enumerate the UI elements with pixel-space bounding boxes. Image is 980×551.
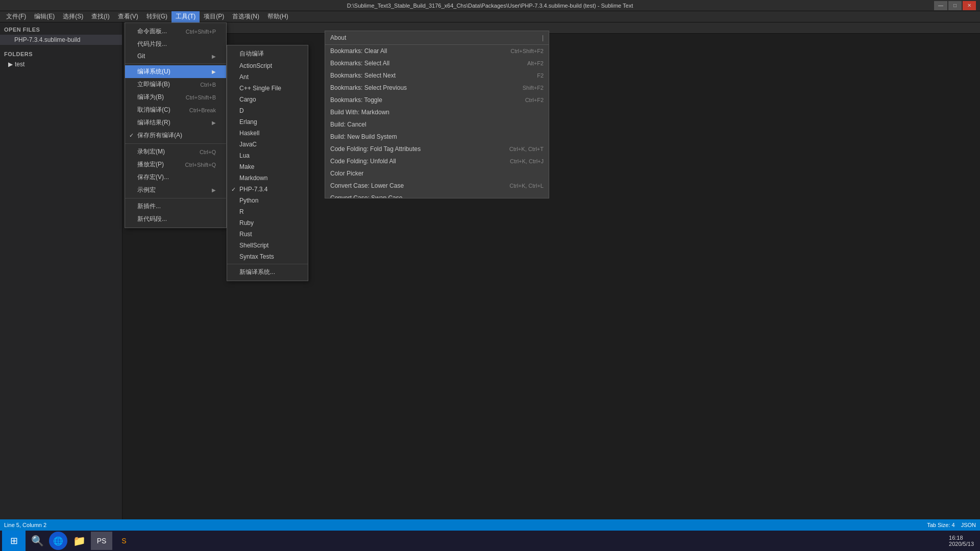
build-markdown[interactable]: Markdown [227, 172, 308, 184]
panel-item-5[interactable]: Build With: Markdown [325, 106, 549, 118]
window-controls: — □ ✕ [934, 1, 976, 10]
menu-sep-1 [125, 63, 226, 64]
taskbar-sublime[interactable]: S [113, 532, 135, 550]
build-syntax-tests[interactable]: Syntax Tests [227, 251, 308, 262]
build-php-734[interactable]: PHP-7.3.4 [227, 184, 308, 195]
menu-tools[interactable]: 工具(T) [172, 11, 200, 22]
panel-item-3[interactable]: Bookmarks: Select Previous Shift+F2 [325, 82, 549, 94]
menu-help[interactable]: 帮助(H) [263, 11, 292, 22]
menu-file[interactable]: 文件(F) [2, 11, 30, 22]
right-panel: About | Bookmarks: Clear All Ctrl+Shift+… [325, 31, 549, 198]
build-lua[interactable]: Lua [227, 150, 308, 161]
build-submenu: 自动编译 ActionScript Ant C++ Single File Ca… [227, 45, 308, 281]
panel-item-12[interactable]: Convert Case: Swap Case [325, 192, 549, 198]
status-bar: Line 5, Column 2 Tab Size: 4 JSON [0, 519, 980, 531]
build-python[interactable]: Python [227, 195, 308, 206]
tools-save-macro[interactable]: 保存宏(V)... [125, 171, 226, 184]
sidebar-folder-test[interactable]: ▶ test [0, 59, 122, 69]
menu-project[interactable]: 项目(P) [200, 11, 228, 22]
build-ant[interactable]: Ant [227, 71, 308, 83]
tools-build-results[interactable]: 编译结果(R) ▶ [125, 116, 226, 129]
menu-edit[interactable]: 编辑(E) [30, 11, 59, 22]
panel-list: Bookmarks: Clear All Ctrl+Shift+F2 Bookm… [325, 45, 549, 198]
panel-scrollbar-icon: | [542, 34, 544, 41]
build-auto-translate[interactable]: 自动编译 [227, 47, 308, 60]
tab-bar: PHP-7.3.4.sublime-build [122, 22, 980, 34]
taskbar-search[interactable]: 🔍 [27, 532, 48, 550]
menu-sep-3 [125, 198, 226, 198]
tools-record-macro[interactable]: 录制宏(M) Ctrl+Q [125, 145, 226, 158]
tools-cancel-build[interactable]: 取消编译(C) Ctrl+Break [125, 104, 226, 116]
submenu-sep [227, 264, 308, 264]
taskbar-phpstorm[interactable]: PS [91, 532, 112, 550]
tools-show-macro[interactable]: 示例宏 ▶ [125, 184, 226, 196]
menu-goto[interactable]: 转到(G) [142, 11, 172, 22]
close-button[interactable]: ✕ [963, 1, 976, 10]
panel-item-4[interactable]: Bookmarks: Toggle Ctrl+F2 [325, 94, 549, 106]
build-new-system[interactable]: 新编译系统... [227, 266, 308, 279]
code-area [122, 34, 980, 42]
panel-item-11[interactable]: Convert Case: Lower Case Ctrl+K, Ctrl+L [325, 180, 549, 192]
panel-item-6[interactable]: Build: Cancel [325, 118, 549, 131]
panel-item-1[interactable]: Bookmarks: Select All Alt+F2 [325, 57, 549, 69]
build-d[interactable]: D [227, 105, 308, 116]
tools-new-plugin[interactable]: 新插件... [125, 200, 226, 213]
build-haskell[interactable]: Haskell [227, 128, 308, 139]
title-bar: D:\Sublime_Text3_Stable_Build_3176_x64_C… [0, 0, 980, 11]
tools-build-system[interactable]: 编译系统(U) ▶ [125, 65, 226, 78]
taskbar-datetime: 16:18 2020/5/13 [949, 535, 974, 547]
build-cpp[interactable]: C++ Single File [227, 83, 308, 94]
tools-command-palette[interactable]: 命令面板... Ctrl+Shift+P [125, 25, 226, 38]
menu-bar: 文件(F) 编辑(E) 选择(S) 查找(I) 查看(V) 转到(G) 工具(T… [0, 11, 980, 22]
tools-snippets[interactable]: 代码片段... [125, 38, 226, 51]
build-javac[interactable]: JavaC [227, 139, 308, 150]
tools-play-macro[interactable]: 播放宏(P) Ctrl+Shift+Q [125, 158, 226, 171]
minimize-button[interactable]: — [934, 1, 947, 10]
taskbar-time: 16:18 [949, 535, 974, 541]
panel-header: About | [325, 31, 549, 45]
build-ruby[interactable]: Ruby [227, 217, 308, 229]
panel-item-8[interactable]: Code Folding: Fold Tag Attributes Ctrl+K… [325, 143, 549, 155]
status-right: Tab Size: 4 JSON [927, 522, 976, 528]
menu-sep-2 [125, 143, 226, 144]
folder-arrow-icon: ▶ [8, 61, 13, 68]
folder-label: test [15, 61, 24, 68]
tools-build-with[interactable]: 编译为(B) Ctrl+Shift+B [125, 91, 226, 104]
panel-item-0[interactable]: Bookmarks: Clear All Ctrl+Shift+F2 [325, 45, 549, 57]
menu-prefs[interactable]: 首选项(N) [228, 11, 263, 22]
tools-menu: 命令面板... Ctrl+Shift+P 代码片段... Git ▶ 编译系统(… [125, 22, 227, 228]
taskbar-chrome[interactable]: 🌐 [49, 532, 67, 550]
taskbar: ⊞ 🔍 🌐 📁 PS S 16:18 2020/5/13 [0, 531, 980, 551]
build-actionscript[interactable]: ActionScript [227, 60, 308, 71]
build-rust[interactable]: Rust [227, 229, 308, 240]
status-syntax[interactable]: JSON [961, 522, 976, 528]
build-r[interactable]: R [227, 206, 308, 217]
tools-build-now[interactable]: 立即编译(B) Ctrl+B [125, 78, 226, 91]
panel-item-10[interactable]: Color Picker [325, 167, 549, 180]
tools-new-snippet[interactable]: 新代码段... [125, 213, 226, 226]
panel-title: About [330, 34, 346, 41]
status-tab-size[interactable]: Tab Size: 4 [927, 522, 954, 528]
build-make[interactable]: Make [227, 161, 308, 172]
menu-find[interactable]: 查找(I) [87, 11, 113, 22]
build-shellscript[interactable]: ShellScript [227, 240, 308, 251]
start-button[interactable]: ⊞ [2, 531, 26, 551]
panel-item-9[interactable]: Code Folding: Unfold All Ctrl+K, Ctrl+J [325, 155, 549, 167]
taskbar-date: 2020/5/13 [949, 541, 974, 547]
sidebar: OPEN FILES PHP-7.3.4.sublime-build FOLDE… [0, 22, 122, 540]
build-erlang[interactable]: Erlang [227, 116, 308, 128]
build-cargo[interactable]: Cargo [227, 94, 308, 105]
panel-item-7[interactable]: Build: New Build System [325, 131, 549, 143]
menu-view[interactable]: 查看(V) [114, 11, 142, 22]
title-text: D:\Sublime_Text3_Stable_Build_3176_x64_C… [347, 3, 633, 9]
open-files-label: OPEN FILES [0, 24, 122, 35]
open-file-item[interactable]: PHP-7.3.4.sublime-build [0, 35, 122, 45]
maximize-button[interactable]: □ [948, 1, 962, 10]
folders-label: FOLDERS [0, 49, 122, 59]
tools-git[interactable]: Git ▶ [125, 51, 226, 62]
panel-item-2[interactable]: Bookmarks: Select Next F2 [325, 69, 549, 82]
taskbar-explorer[interactable]: 📁 [68, 532, 90, 550]
menu-select[interactable]: 选择(S) [59, 11, 87, 22]
tools-save-all-build[interactable]: 保存所有编译(A) [125, 129, 226, 142]
status-position: Line 5, Column 2 [4, 522, 46, 528]
